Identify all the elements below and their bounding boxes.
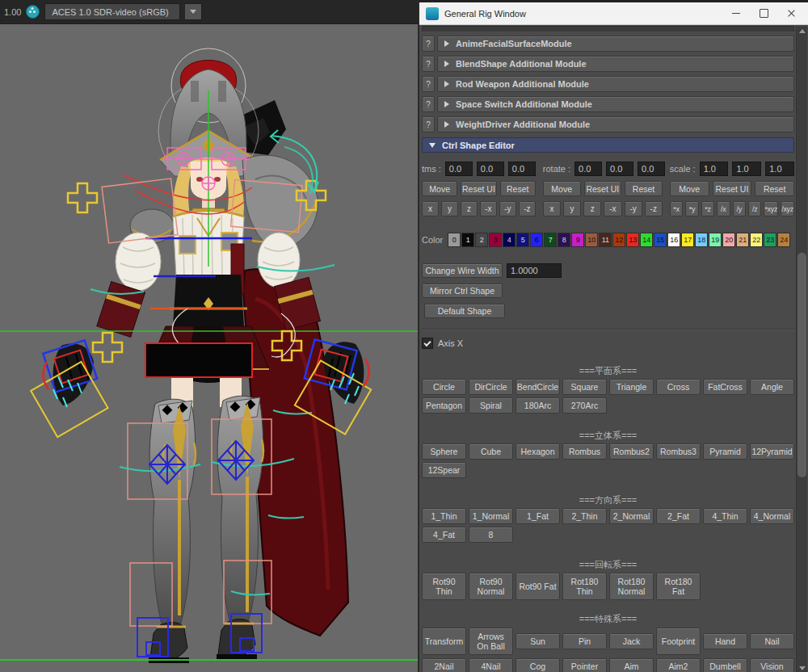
shape-button[interactable]: Nail (750, 633, 794, 649)
shape-button[interactable]: 1_Normal (469, 508, 513, 524)
shape-button[interactable]: Sphere (422, 443, 466, 460)
translate-axis-button[interactable]: z (461, 201, 478, 216)
scale-z-field[interactable]: 1.0 (765, 162, 794, 176)
shape-button[interactable]: 12Pyramid (750, 443, 794, 460)
shape-button[interactable]: Rot180 Fat (656, 573, 701, 600)
module-help-button[interactable]: ? (422, 56, 435, 72)
skirt-ctrl-box[interactable] (145, 343, 252, 377)
module-header[interactable]: Rod Weapon Additional Module (437, 76, 794, 92)
rotate-axis-button[interactable]: -z (645, 201, 663, 216)
color-swatch[interactable]: 16 (667, 233, 680, 247)
shape-button[interactable]: Dumbell (703, 658, 747, 672)
shape-button[interactable]: Transform (422, 628, 466, 655)
rotate-action-button[interactable]: Reset (625, 181, 663, 196)
scale-action-button[interactable]: Reset UI (713, 181, 752, 196)
shape-button[interactable]: 270Arc (562, 397, 607, 414)
color-swatch[interactable]: 12 (612, 233, 625, 247)
module-help-button[interactable]: ? (422, 36, 435, 52)
shape-button[interactable]: Cube (469, 443, 513, 460)
maximize-button[interactable] (750, 4, 777, 23)
scale-axis-button[interactable]: *z (701, 201, 714, 216)
translate-axis-button[interactable]: -y (499, 201, 516, 216)
rotate-action-button[interactable]: Reset UI (584, 181, 622, 196)
shape-button[interactable]: 4_Thin (703, 508, 747, 524)
color-swatch[interactable]: 8 (558, 233, 570, 247)
minimize-button[interactable] (722, 4, 750, 23)
color-swatch[interactable]: 9 (571, 233, 584, 247)
module-header[interactable]: Space Switch Additional Module (437, 96, 794, 112)
shape-button[interactable]: 12Spear (422, 462, 466, 478)
shape-button[interactable]: Sun (516, 633, 560, 649)
color-swatch[interactable]: 13 (626, 233, 639, 247)
shape-button[interactable]: Hexagon (516, 443, 560, 460)
color-swatch[interactable]: 1 (461, 233, 474, 247)
translate-z-field[interactable]: 0.0 (508, 162, 536, 176)
color-swatch[interactable]: 10 (585, 233, 598, 247)
translate-action-button[interactable]: Move (422, 181, 457, 196)
rotate-axis-button[interactable]: z (583, 201, 601, 216)
scrollbar-track[interactable] (797, 36, 807, 663)
default-shape-button[interactable]: Default Shape (424, 304, 505, 318)
shape-button[interactable]: FatCross (703, 379, 747, 395)
color-swatch[interactable]: 15 (654, 233, 667, 247)
translate-x-field[interactable]: 0.0 (445, 162, 473, 176)
color-swatch[interactable]: 22 (750, 233, 763, 247)
rotate-z-field[interactable]: 0.0 (638, 162, 665, 176)
shape-button[interactable]: Aim2 (656, 658, 701, 672)
axis-x-checkbox[interactable] (422, 338, 433, 349)
color-swatch[interactable]: 23 (764, 233, 776, 247)
shape-button[interactable]: Rot90 Normal (469, 573, 513, 600)
shape-button[interactable]: Rot180 Normal (609, 573, 654, 600)
module-help-button[interactable]: ? (422, 96, 435, 112)
shape-button[interactable]: Pentagon (422, 397, 466, 414)
translate-action-button[interactable]: Reset UI (461, 181, 496, 196)
shape-button[interactable]: Rot180 Thin (562, 573, 607, 600)
rotate-axis-button[interactable]: y (563, 201, 581, 216)
shape-button[interactable]: 2_Normal (609, 508, 654, 524)
titlebar[interactable]: General Rig Window (419, 2, 808, 25)
scale-axis-button[interactable]: /z (748, 201, 761, 216)
scale-axis-button[interactable]: /x (717, 201, 730, 216)
translate-axis-button[interactable]: -z (519, 201, 536, 216)
rotate-action-button[interactable]: Move (543, 181, 581, 196)
close-button[interactable] (777, 4, 805, 23)
shape-button[interactable]: Cog (516, 658, 560, 672)
color-swatch[interactable]: 6 (530, 233, 543, 247)
scale-axis-button[interactable]: *y (685, 201, 698, 216)
shape-button[interactable]: Angle (750, 379, 794, 395)
scrollbar-thumb[interactable] (797, 253, 806, 477)
translate-y-field[interactable]: 0.0 (477, 162, 504, 176)
scale-x-field[interactable]: 1.0 (700, 162, 729, 176)
color-swatch[interactable]: 2 (475, 233, 488, 247)
translate-axis-button[interactable]: x (422, 201, 439, 216)
color-swatch[interactable]: 11 (599, 233, 612, 247)
rotate-axis-button[interactable]: -y (625, 201, 642, 216)
translate-axis-button[interactable]: y (441, 201, 458, 216)
shape-button[interactable]: Rot90 Thin (422, 573, 466, 600)
scale-axis-button[interactable]: /y (733, 201, 746, 216)
wire-width-field[interactable]: 1.0000 (507, 263, 562, 278)
shape-button[interactable]: Jack (609, 633, 654, 649)
shape-button[interactable]: Pyramid (703, 443, 747, 460)
colorspace-dropdown-arrow[interactable] (185, 3, 202, 20)
translate-axis-button[interactable]: -x (480, 201, 497, 216)
shape-button[interactable]: Pin (562, 633, 607, 649)
shape-button[interactable]: Cross (656, 379, 701, 395)
viewport-exposure-value[interactable]: 1.00 (4, 7, 21, 17)
mirror-ctrl-shape-button[interactable]: Mirror Ctrl Shape (422, 284, 503, 298)
shape-button[interactable]: Aim (609, 658, 654, 672)
shape-button[interactable]: 1_Fat (516, 508, 560, 524)
shape-button[interactable]: Vision (750, 658, 794, 672)
color-swatch[interactable]: 0 (448, 233, 461, 247)
shape-button[interactable]: 4Nail (469, 658, 513, 672)
color-swatch[interactable]: 21 (736, 233, 749, 247)
rotate-axis-button[interactable]: -x (604, 201, 621, 216)
shape-button[interactable]: 1_Thin (422, 508, 466, 524)
shape-button[interactable]: Spiral (469, 397, 513, 414)
color-swatch[interactable]: 4 (503, 233, 516, 247)
scale-axis-button[interactable]: *x (670, 201, 683, 216)
shape-button[interactable]: Arrows On Ball (469, 628, 513, 655)
color-swatch[interactable]: 14 (640, 233, 653, 247)
scroll-up-arrow[interactable] (797, 26, 807, 36)
shape-button[interactable]: Triangle (609, 379, 654, 395)
